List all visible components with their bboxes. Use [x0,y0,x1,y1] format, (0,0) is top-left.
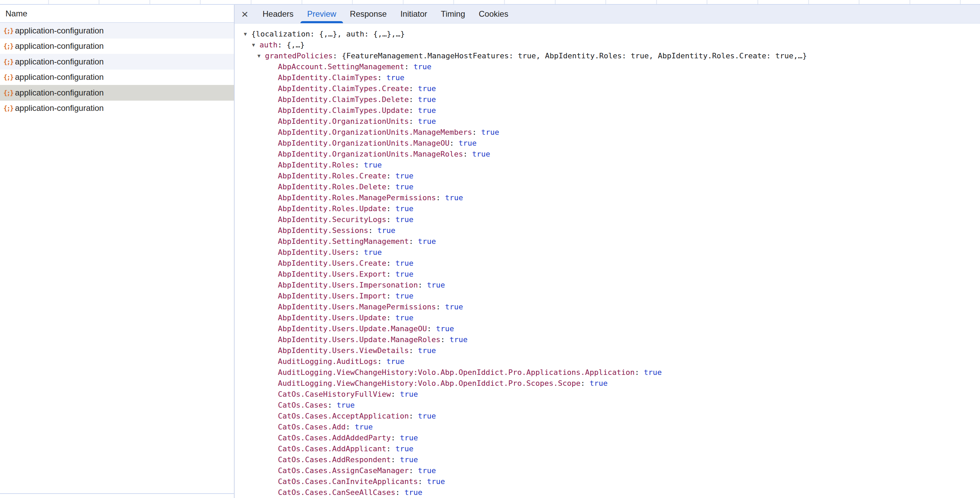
policy-value: true [459,139,477,147]
policy-key: AbpIdentity.OrganizationUnits.ManageOU [278,139,449,147]
detail-tab[interactable]: Preview [301,5,343,23]
policy-entry-line[interactable]: AbpIdentity.OrganizationUnits.ManageRole… [235,149,980,160]
policy-entry-line[interactable]: AbpIdentity.Users.ViewDetails: true [235,345,980,356]
policy-entry-line[interactable]: CatOs.Cases.AssignCaseManager: true [235,465,980,476]
chevron-down-icon[interactable]: ▼ [251,40,259,51]
policy-entry-line[interactable]: AbpIdentity.SettingManagement: true [235,236,980,247]
policy-key: CatOs.Cases.AddAddedParty [278,434,391,442]
policy-entry-line[interactable]: AuditLogging.AuditLogs: true [235,356,980,367]
key-value-separator: : [409,466,418,475]
detail-tab-label: Headers [262,9,294,19]
policy-key: AbpIdentity.OrganizationUnits.ManageMemb… [278,128,472,137]
policy-entry-line[interactable]: AbpIdentity.Roles.Create: true [235,170,980,181]
key-value-separator: : [409,346,418,355]
policy-key: AbpIdentity.ClaimTypes [278,73,377,82]
request-row[interactable]: {;} application-configuration [0,70,234,85]
name-column-header[interactable]: Name [0,5,234,23]
policy-value: true [418,412,436,420]
policy-entry-line[interactable]: CatOs.Cases.AcceptApplication: true [235,410,980,422]
policy-key: AbpIdentity.Roles [278,161,355,169]
request-row[interactable]: {;} application-configuration [0,38,234,54]
key-value-separator: : [355,248,364,256]
detail-tab[interactable]: Cookies [472,5,515,23]
policy-entry-line[interactable]: AbpIdentity.Users.Update.ManageRoles: tr… [235,334,980,345]
request-row[interactable]: {;} application-configuration [0,100,234,116]
policy-key: CatOs.CaseHistoryFullView [278,390,391,398]
request-row[interactable]: {;} application-configuration [0,23,234,38]
policy-entry-line[interactable]: CatOs.Cases.CanSeeAllCases: true [235,487,980,498]
policy-key: AbpAccount.SettingManagement [278,62,404,71]
policy-entry-line[interactable]: AbpIdentity.SecurityLogs: true [235,214,980,225]
policy-key: AbpIdentity.Users.Export [278,270,387,278]
tree-root-line[interactable]: ▼{localization: {,…}, auth: {,…},…} [235,29,980,40]
policy-key: CatOs.Cases.AcceptApplication [278,412,409,420]
policy-entry-line[interactable]: AbpIdentity.OrganizationUnits: true [235,116,980,127]
policy-entry-line[interactable]: AbpIdentity.Roles.ManagePermissions: tru… [235,193,980,203]
key-value-separator: : [436,302,445,311]
policy-key: CatOs.Cases.AssignCaseManager [278,466,409,475]
policy-entry-line[interactable]: AbpIdentity.Users.Update.ManageOU: true [235,323,980,334]
policy-entry-line[interactable]: AbpIdentity.Roles.Update: true [235,203,980,214]
policy-value: true [449,335,468,344]
policy-entry-line[interactable]: AbpIdentity.Roles.Delete: true [235,181,980,193]
json-braces-icon: {;} [3,42,15,50]
policy-value: true [400,434,418,442]
policy-value: true [400,390,418,398]
policy-key: AbpIdentity.ClaimTypes.Delete [278,95,409,104]
policy-entry-line[interactable]: AbpIdentity.Users.Import: true [235,291,980,302]
policy-entry-line[interactable]: AbpIdentity.ClaimTypes.Delete: true [235,94,980,105]
key-value-separator: : [449,139,459,147]
policy-value: true [387,357,404,366]
chevron-down-icon[interactable]: ▼ [243,29,251,40]
policy-entry-line[interactable]: CatOs.CaseHistoryFullView: true [235,389,980,400]
policy-entry-line[interactable]: CatOs.Cases: true [235,400,980,410]
policy-value: true [395,444,413,453]
policy-entry-line[interactable]: AbpIdentity.Users.Export: true [235,269,980,280]
key-value-separator: : [427,325,436,333]
policy-entry-line[interactable]: CatOs.Cases.AddApplicant: true [235,444,980,454]
detail-tab[interactable]: Response [343,5,393,23]
chevron-down-icon[interactable]: ▼ [256,51,265,61]
policy-entry-line[interactable]: CatOs.Cases.Add: true [235,422,980,433]
policy-entry-line[interactable]: AuditLogging.ViewChangeHistory:Volo.Abp.… [235,367,980,378]
policy-value: true [395,270,413,278]
policy-value: true [395,313,413,322]
policy-entry-line[interactable]: AbpIdentity.OrganizationUnits.ManageOU: … [235,138,980,149]
policy-key: AbpIdentity.Users.Create [278,259,387,267]
key-value-separator: : [441,335,450,344]
policy-entry-line[interactable]: AbpIdentity.ClaimTypes.Update: true [235,105,980,116]
detail-tab[interactable]: Initiator [393,5,434,23]
request-row[interactable]: {;} application-configuration [0,85,234,100]
detail-tabs: Headers Preview Response Initiator Timin… [256,5,515,23]
granted-policies-key: grantedPolicies [265,51,333,60]
key-value-separator: : [472,128,482,137]
policy-key: AbpIdentity.Users [278,248,355,256]
tree-granted-policies-line[interactable]: ▼grantedPolicies: {FeatureManagement.Man… [235,51,980,61]
detail-tab-label: Cookies [479,9,508,19]
key-value-separator: : [391,455,400,464]
policy-entry-line[interactable]: AbpIdentity.Roles: true [235,160,980,170]
policy-entry-line[interactable]: AbpIdentity.Users.ManagePermissions: tru… [235,302,980,312]
request-row[interactable]: {;} application-configuration [0,54,234,70]
policy-entry-line[interactable]: AbpIdentity.Users.Create: true [235,258,980,269]
tree-auth-line[interactable]: ▼auth: {,…} [235,40,980,51]
detail-tab[interactable]: Headers [256,5,301,23]
close-icon[interactable]: × [239,8,251,20]
network-main-area: Name {;} application-configuration {;} a… [0,5,980,498]
policy-entry-line[interactable]: AbpIdentity.Users: true [235,247,980,258]
policy-entry-line[interactable]: AbpIdentity.OrganizationUnits.ManageMemb… [235,127,980,138]
policy-entry-line[interactable]: CatOs.Cases.CanInviteApplicants: true [235,476,980,487]
detail-tab-label: Response [350,9,387,19]
policy-entry-line[interactable]: AbpIdentity.Sessions: true [235,225,980,236]
policy-entry-line[interactable]: AuditLogging.ViewChangeHistory:Volo.Abp.… [235,378,980,389]
policy-entry-line[interactable]: AbpIdentity.Users.Update: true [235,312,980,323]
detail-tab[interactable]: Timing [434,5,472,23]
policy-entry-line[interactable]: AbpAccount.SettingManagement: true [235,61,980,72]
policy-entry-line[interactable]: CatOs.Cases.AddAddedParty: true [235,433,980,444]
policy-entry-line[interactable]: AbpIdentity.ClaimTypes.Create: true [235,83,980,94]
policy-entry-line[interactable]: AbpIdentity.Users.Impersonation: true [235,280,980,291]
key-value-separator: : [377,73,387,82]
policy-key: AuditLogging.AuditLogs [278,357,377,366]
policy-entry-line[interactable]: CatOs.Cases.AddRespondent: true [235,454,980,465]
policy-entry-line[interactable]: AbpIdentity.ClaimTypes: true [235,72,980,83]
